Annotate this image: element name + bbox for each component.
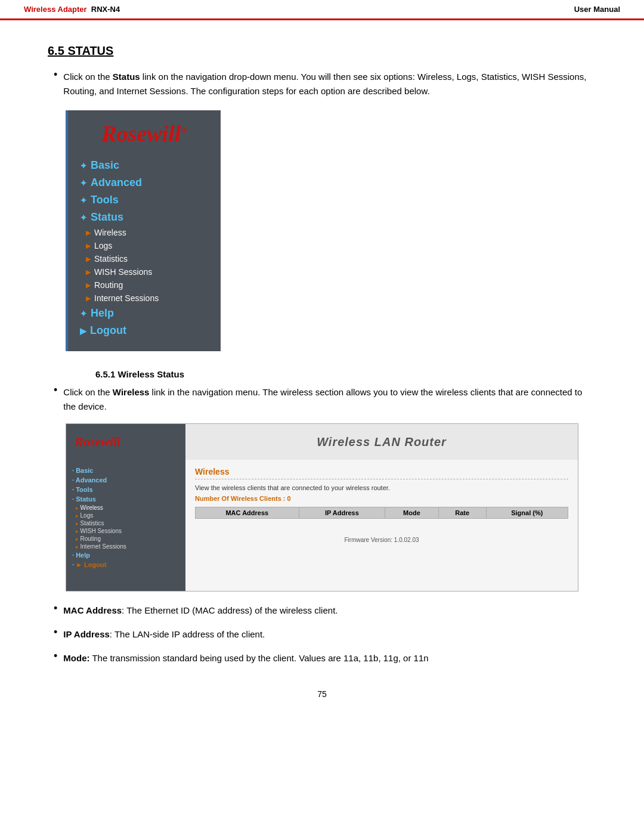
nav-menu-list: ✦ Basic ✦ Advanced ✦ Tools ✦ Status ▶ Wi… — [68, 151, 221, 351]
bullet-mac: • MAC Address: The Ethernet ID (MAC addr… — [48, 603, 596, 618]
mode-bold: Mode: — [63, 653, 89, 663]
col-rate: Rate — [438, 507, 486, 519]
wireless-desc: View the wireless clients that are conne… — [195, 484, 568, 491]
bullet-dot: • — [54, 384, 57, 397]
subsection-bullet: • Click on the Wireless link in the navi… — [48, 385, 596, 414]
rs-sub-statistics[interactable]: Statistics — [66, 519, 185, 527]
nav-item-help[interactable]: ✦ Help — [68, 305, 221, 322]
arrow-icon: ✦ — [80, 213, 87, 222]
router-main-area: Wireless View the wireless clients that … — [185, 460, 578, 591]
nav-sub-logs[interactable]: ▶ Logs — [68, 239, 221, 252]
firmware-version: Firmware Version: 1.0.02.03 — [195, 537, 568, 543]
bullet-ip: • IP Address: The LAN-side IP address of… — [48, 627, 596, 642]
nav-item-tools[interactable]: ✦ Tools — [68, 191, 221, 209]
arrow-icon: ✦ — [80, 196, 87, 205]
router-ui-screenshot: Rosewill Wireless LAN Router Basic Advan… — [66, 423, 578, 592]
bullet-dot: • — [54, 602, 57, 615]
arrow-icon: ▶ — [80, 326, 86, 336]
router-sidebar: Basic Advanced Tools Status Wireless Log… — [66, 460, 185, 591]
rs-sub-wireless[interactable]: Wireless — [66, 504, 185, 512]
subsection-text: Click on the Wireless link in the naviga… — [63, 385, 596, 414]
wireless-bold: Wireless — [113, 387, 150, 397]
nav-item-logout[interactable]: ▶ Logout — [68, 322, 221, 339]
rs-item-help[interactable]: Help — [66, 550, 185, 560]
rs-sub-internet[interactable]: Internet Sessions — [66, 543, 185, 550]
sub-arrow-icon: ▶ — [86, 268, 91, 276]
page-header: Wireless Adapter RNX-N4 User Manual — [0, 0, 644, 20]
arrow-icon: ✦ — [80, 178, 87, 188]
sub-arrow-icon: ▶ — [86, 229, 91, 237]
nav-item-basic[interactable]: ✦ Basic — [68, 157, 221, 174]
nav-item-status[interactable]: ✦ Status — [68, 209, 221, 226]
rs-sub-wish[interactable]: WISH Sessions — [66, 527, 185, 535]
mode-text: Mode: The transmission standard being us… — [63, 651, 428, 665]
rosewill-logo: Rosewill® — [80, 122, 209, 145]
bullet-dot: • — [54, 626, 57, 639]
sub-arrow-icon: ▶ — [86, 281, 91, 289]
product-name-bold: Wireless Adapter — [24, 5, 87, 14]
page-number: 75 — [48, 689, 596, 699]
router-header: Rosewill Wireless LAN Router — [66, 424, 578, 460]
nav-sub-internet-sessions[interactable]: ▶ Internet Sessions — [68, 292, 221, 305]
table-empty-row — [196, 519, 568, 531]
rs-item-tools[interactable]: Tools — [66, 485, 185, 494]
router-title: Wireless LAN Router — [185, 435, 578, 449]
nav-logo-area: Rosewill® — [68, 110, 221, 151]
subsection-title: 6.5.1 Wireless Status — [48, 369, 596, 379]
col-mac: MAC Address — [196, 507, 299, 519]
bullet-dot: • — [54, 650, 57, 662]
product-model: RNX-N4 — [91, 5, 120, 14]
rs-item-advanced[interactable]: Advanced — [66, 475, 185, 485]
col-ip: IP Address — [299, 507, 385, 519]
manual-label: User Manual — [574, 5, 620, 14]
rs-item-status[interactable]: Status — [66, 494, 185, 504]
rs-item-logout[interactable]: ► Logout — [66, 560, 185, 569]
bullet-mode: • Mode: The transmission standard being … — [48, 651, 596, 665]
rs-item-basic[interactable]: Basic — [66, 466, 185, 475]
nav-sub-routing[interactable]: ▶ Routing — [68, 278, 221, 292]
nav-sub-wireless[interactable]: ▶ Wireless — [68, 226, 221, 239]
rs-sub-routing[interactable]: Routing — [66, 535, 185, 543]
mac-bold: MAC Address — [63, 605, 122, 615]
col-signal: Signal (%) — [486, 507, 568, 519]
router-body: Basic Advanced Tools Status Wireless Log… — [66, 460, 578, 591]
mac-text: MAC Address: The Ethernet ID (MAC addres… — [63, 603, 338, 618]
status-bold: Status — [113, 72, 140, 82]
intro-text: Click on the Status link on the navigati… — [63, 70, 596, 98]
product-label: Wireless Adapter RNX-N4 — [24, 5, 120, 14]
intro-bullet: • Click on the Status link on the naviga… — [48, 70, 596, 98]
ip-bold: IP Address — [63, 629, 110, 639]
nav-item-advanced[interactable]: ✦ Advanced — [68, 174, 221, 191]
sub-arrow-icon: ▶ — [86, 242, 91, 250]
section-title: 6.5 STATUS — [48, 44, 596, 58]
arrow-icon: ✦ — [80, 309, 87, 318]
router-logo: Rosewill — [66, 429, 185, 454]
arrow-icon: ✦ — [80, 161, 87, 171]
ip-text: IP Address: The LAN-side IP address of t… — [63, 627, 265, 642]
nav-sub-statistics[interactable]: ▶ Statistics — [68, 252, 221, 265]
nav-sub-wish-sessions[interactable]: ▶ WISH Sessions — [68, 265, 221, 278]
rs-sub-logs[interactable]: Logs — [66, 512, 185, 519]
nav-menu-screenshot: Rosewill® ✦ Basic ✦ Advanced ✦ Tools ✦ S… — [66, 110, 221, 351]
client-count: Number Of Wireless Clients : 0 — [195, 495, 568, 502]
main-content: 6.5 STATUS • Click on the Status link on… — [0, 20, 644, 723]
sub-arrow-icon: ▶ — [86, 255, 91, 263]
sub-arrow-icon: ▶ — [86, 295, 91, 302]
wireless-clients-table: MAC Address IP Address Mode Rate Signal … — [195, 507, 568, 531]
col-mode: Mode — [385, 507, 439, 519]
bottom-bullets: • MAC Address: The Ethernet ID (MAC addr… — [48, 603, 596, 665]
bullet-dot: • — [54, 69, 57, 81]
wireless-heading: Wireless — [195, 467, 568, 479]
